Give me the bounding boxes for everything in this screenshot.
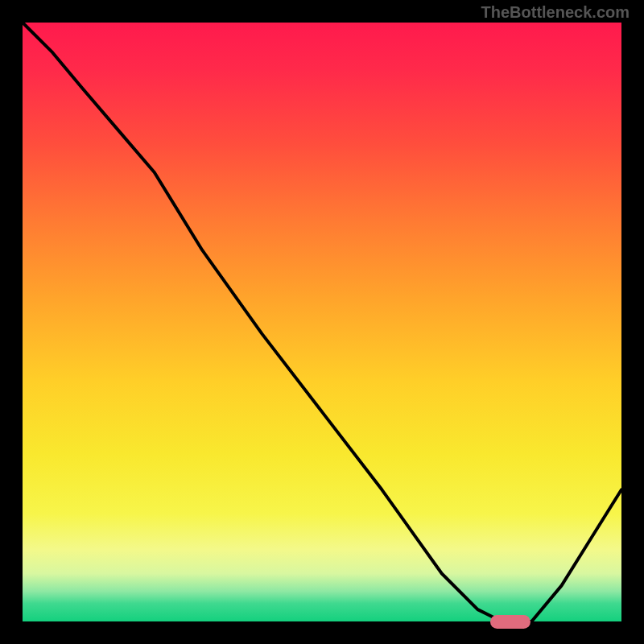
chart-container: TheBottleneck.com [0,0,644,644]
highlight-marker [490,615,530,629]
data-line [23,23,621,621]
plot-area [23,23,621,621]
watermark-text: TheBottleneck.com [481,3,630,22]
line-curve [23,23,621,621]
